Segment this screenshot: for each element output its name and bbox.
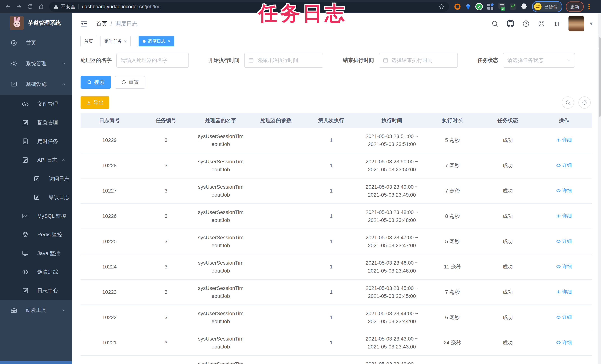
table-tools (562, 96, 591, 109)
calendar-icon (383, 58, 388, 63)
font-size-icon[interactable]: tT (553, 20, 561, 28)
detail-link[interactable]: 详细 (556, 162, 572, 169)
cell-job-id: 3 (138, 264, 194, 270)
sidebar-item-trace[interactable]: 链路追踪 (0, 263, 72, 281)
sidebar-item-scheduled-jobs[interactable]: 定时任务 (0, 132, 72, 151)
browser-update-button[interactable]: 更新 (566, 1, 584, 12)
mysql-monitor-icon (22, 212, 29, 220)
cell-duration: 7 毫秒 (425, 187, 480, 194)
help-icon[interactable] (522, 20, 530, 28)
browser-back-icon[interactable] (3, 2, 13, 12)
cell-job-id: 3 (138, 314, 194, 320)
caret-down-icon: ▼ (589, 21, 594, 27)
table-row: 10222 3 sysUserSessionTimeoutJob 1 2021-… (80, 305, 592, 330)
start-time-input[interactable] (245, 53, 323, 67)
cell-status: 成功 (480, 263, 536, 270)
cell-time: 2021-05-03 23:43:00 ~2021-05-03 23:43:00 (358, 335, 425, 351)
cell-log-id: 10228 (80, 162, 138, 169)
bookmark-star-icon[interactable] (438, 3, 445, 10)
active-tab-dot (143, 40, 146, 43)
export-button[interactable]: 导出 (80, 96, 109, 109)
extension-onetab-on-icon[interactable]: on (498, 2, 505, 11)
user-avatar[interactable] (569, 16, 584, 31)
extension-blue-gem-icon[interactable] (465, 3, 471, 10)
tab-close-icon[interactable]: × (168, 39, 170, 43)
cell-actions: 详细 (536, 289, 592, 296)
tab-close-icon[interactable]: × (124, 39, 127, 43)
browser-menu-dots-icon[interactable]: ⋮ (585, 3, 592, 10)
github-icon[interactable] (506, 20, 515, 28)
java-monitor-icon (22, 250, 29, 257)
refresh-table-icon[interactable] (579, 96, 591, 109)
extension-green-check-icon[interactable] (475, 3, 483, 10)
job-status-select[interactable] (503, 53, 575, 68)
handler-name-input[interactable] (117, 53, 189, 67)
extensions-puzzle-icon[interactable] (520, 3, 528, 10)
job-status-select-input[interactable] (503, 53, 575, 67)
filter-start-time: 开始执行时间 (208, 53, 323, 68)
search-icon[interactable] (491, 20, 499, 28)
sidebar-item-devtools[interactable]: 研发工具 (0, 300, 72, 321)
tab-schedule-log[interactable]: 调度日志 × (139, 36, 174, 46)
sidebar-item-log-center[interactable]: 日志中心 (0, 281, 72, 300)
start-time-input-wrap (244, 53, 323, 68)
browser-profile-chip[interactable]: 已暂停 (532, 1, 562, 12)
sidebar-bottom-scrollbar[interactable] (0, 361, 72, 364)
sidebar-item-label: 研发工具 (26, 307, 47, 314)
sidebar-item-home[interactable]: 首页 (0, 32, 72, 53)
sidebar-item-api-log[interactable]: API 日志 (0, 151, 72, 169)
search-button[interactable]: 搜索 (80, 76, 111, 89)
reset-button[interactable]: 重置 (115, 76, 145, 89)
column-header: 执行时间 (358, 117, 425, 124)
sidebar-item-system-mgmt[interactable]: 系统管理 (0, 53, 72, 74)
sidebar-item-file-mgmt[interactable]: 文件管理 (0, 95, 72, 113)
page-scrollbar[interactable] (598, 13, 601, 364)
fullscreen-icon[interactable] (537, 20, 546, 28)
cell-status: 成功 (480, 162, 536, 169)
column-header: 操作 (536, 117, 592, 124)
scrollbar-thumb[interactable] (599, 37, 601, 117)
browser-reload-icon[interactable] (25, 2, 35, 12)
cell-time: 2021-05-03 23:50:00 ~2021-05-03 23:50:00 (358, 158, 425, 174)
cell-actions: 详细 (536, 162, 592, 169)
cell-status: 成功 (480, 187, 536, 194)
detail-link[interactable]: 详细 (556, 187, 572, 194)
detail-link[interactable]: 详细 (556, 137, 572, 143)
sidebar-item-redis-monitor[interactable]: Redis 监控 (0, 225, 72, 244)
detail-link[interactable]: 详细 (556, 314, 572, 320)
calendar-icon (248, 58, 254, 63)
address-bar[interactable]: 不安全 dashboard.yudao.iocoder.cn /job/log (49, 2, 449, 12)
extension-sprout-icon[interactable] (509, 3, 517, 10)
cell-status: 成功 (480, 314, 536, 321)
detail-link[interactable]: 详细 (556, 213, 572, 219)
table-row: 10226 3 sysUserSessionTimeoutJob 1 2021-… (80, 204, 592, 229)
url-path: /job/log (144, 4, 160, 10)
extension-orange-ring-icon[interactable] (454, 3, 461, 10)
sidebar-toggle-icon[interactable] (80, 19, 89, 28)
sidebar-item-mysql-monitor[interactable]: MySQL 监控 (0, 207, 72, 225)
end-time-input[interactable] (379, 53, 457, 67)
profile-avatar-emoji (534, 3, 542, 11)
filter-form: 处理器的名字 开始执行时间 结束执行时间 (80, 53, 592, 68)
detail-link[interactable]: 详细 (556, 263, 572, 270)
browser-home-icon[interactable] (36, 2, 46, 12)
cell-time: 2021-05-03 23:47:00 ~2021-05-03 23:47:00 (358, 233, 425, 250)
chevron-down-icon (61, 308, 66, 313)
detail-link[interactable]: 详细 (556, 238, 572, 244)
sidebar-item-java-monitor[interactable]: Java 监控 (0, 244, 72, 263)
sidebar-item-config-mgmt[interactable]: 配置管理 (0, 113, 72, 132)
app-logo (10, 16, 24, 30)
cell-status: 成功 (480, 213, 536, 220)
extension-grid-icon[interactable] (487, 3, 494, 10)
detail-link[interactable]: 详细 (556, 289, 572, 295)
sidebar-item-infrastructure[interactable]: 基础设施 (0, 74, 72, 95)
breadcrumb-home[interactable]: 首页 (96, 20, 107, 28)
sidebar-item-access-log[interactable]: 访问日志 (0, 169, 72, 188)
toggle-search-icon[interactable] (562, 96, 574, 109)
detail-link[interactable]: 详细 (556, 339, 572, 346)
browser-forward-icon[interactable] (14, 2, 24, 12)
tab-scheduled-jobs[interactable]: 定时任务 × (100, 36, 131, 46)
tab-home[interactable]: 首页 (80, 36, 97, 46)
sidebar-item-error-log[interactable]: 错误日志 (0, 188, 72, 207)
cell-handler: sysUserSessionTimeoutJob (194, 360, 248, 364)
